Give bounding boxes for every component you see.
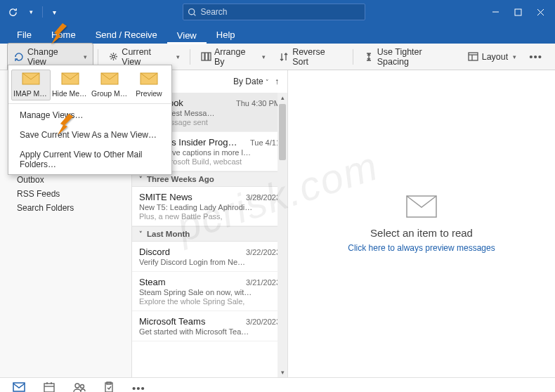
message-preview: Plus, a new Battle Pass,: [139, 212, 280, 221]
svg-point-5: [112, 55, 115, 58]
svg-rect-9: [469, 53, 478, 60]
gallery-view-item[interactable]: Group Me…: [90, 70, 129, 100]
scroll-up-icon[interactable]: ▴: [278, 93, 287, 103]
change-view-icon: [13, 51, 25, 63]
arrange-by-button[interactable]: Arrange By▾: [195, 44, 271, 70]
menu-home[interactable]: Home: [41, 26, 86, 44]
sort-by-button[interactable]: By Date ˅: [233, 77, 269, 86]
search-placeholder: Search: [201, 7, 228, 17]
save-view-item[interactable]: Save Current View As a New View…: [8, 125, 171, 145]
svg-point-18: [75, 384, 79, 388]
nav-bar: •••: [0, 377, 555, 392]
sidebar-item-outbox[interactable]: Outbox: [0, 173, 131, 187]
undo-icon[interactable]: ▾: [22, 4, 39, 20]
columns-icon: [200, 51, 211, 63]
message-date: 3/20/2023: [246, 318, 280, 326]
gallery-item-label: Group Me…: [90, 89, 129, 98]
chevron-down-icon: ▾: [262, 53, 266, 60]
chevron-down-icon: ▾: [84, 53, 87, 60]
message-subject: Steam Spring Sale on now, wit…: [139, 288, 280, 296]
minimize-icon[interactable]: [485, 4, 506, 20]
scrollbar[interactable]: ▴ ▾: [278, 93, 287, 377]
menu-bar: File Home Send / Receive View Help: [0, 24, 555, 44]
search-input[interactable]: Search: [183, 4, 365, 20]
reading-pane: Select an item to read Click here to alw…: [288, 70, 555, 377]
envelope-icon: [60, 72, 80, 86]
sidebar-item-search-folders[interactable]: Search Folders: [0, 201, 131, 215]
envelope-icon: [21, 72, 41, 86]
close-icon[interactable]: [530, 4, 551, 20]
chevron-down-icon: ▾: [513, 53, 516, 60]
envelope-icon: [139, 72, 159, 86]
menu-help[interactable]: Help: [207, 26, 245, 44]
gallery-view-item[interactable]: Preview: [129, 70, 169, 100]
gear-icon: [108, 51, 119, 63]
menu-file[interactable]: File: [7, 26, 41, 44]
svg-rect-13: [13, 383, 25, 391]
menu-send-receive[interactable]: Send / Receive: [86, 26, 167, 44]
layout-icon: [468, 51, 479, 63]
message-preview: Explore the whole Spring Sale,: [139, 297, 280, 306]
message-item[interactable]: SMITE News3/28/2023New T5: Leading Lady …: [132, 187, 287, 226]
reading-pane-title: Select an item to read: [370, 227, 473, 239]
message-subject: New T5: Leading Lady Aphrodi…: [139, 203, 280, 211]
refresh-icon[interactable]: [4, 4, 21, 20]
sort-icon: [278, 51, 289, 63]
tighter-spacing-button[interactable]: Use Tighter Spacing: [358, 44, 461, 70]
message-date: 3/28/2023: [246, 193, 280, 202]
svg-rect-6: [202, 53, 204, 60]
maximize-icon[interactable]: [507, 4, 528, 20]
message-date: Tue 4/11: [250, 138, 280, 147]
gallery-view-item[interactable]: IMAP Mes…: [11, 70, 51, 100]
chevron-down-icon: ▾: [176, 53, 180, 60]
menu-view[interactable]: View: [167, 27, 207, 44]
always-preview-link[interactable]: Click here to always preview messages: [348, 243, 495, 253]
message-subject: Get started with Microsoft Tea…: [139, 327, 280, 336]
message-subject: Verify Discord Login from Ne…: [139, 258, 280, 266]
reverse-sort-button[interactable]: Reverse Sort: [273, 44, 348, 70]
gallery-item-label: Hide Mess…: [51, 89, 90, 98]
gallery-item-label: Preview: [129, 89, 169, 98]
message-from: Steam: [139, 277, 166, 287]
tasks-nav-icon[interactable]: [104, 381, 114, 392]
message-from: SMITE News: [139, 192, 192, 202]
envelope-icon: [100, 72, 119, 86]
svg-rect-8: [209, 53, 211, 60]
svg-rect-7: [205, 53, 208, 60]
message-item[interactable]: Steam3/21/2023Steam Spring Sale on now, …: [132, 272, 287, 311]
message-date: 3/22/2023: [246, 248, 280, 256]
message-from: Microsoft Teams: [139, 316, 205, 327]
nav-overflow-icon[interactable]: •••: [132, 382, 145, 392]
people-nav-icon[interactable]: [73, 382, 86, 393]
calendar-nav-icon[interactable]: [44, 381, 55, 392]
scroll-down-icon[interactable]: ▾: [278, 367, 287, 377]
envelope-icon: [405, 195, 438, 218]
chevron-down-icon: ˅: [139, 176, 143, 183]
mail-nav-icon[interactable]: [13, 382, 25, 392]
message-date: 3/21/2023: [246, 278, 280, 287]
qa-overflow-icon[interactable]: ▾: [46, 4, 63, 20]
message-group-header[interactable]: ˅Last Month: [132, 226, 287, 242]
apply-view-item[interactable]: Apply Current View to Other Mail Folders…: [8, 145, 171, 174]
gallery-item-label: IMAP Mes…: [12, 89, 50, 98]
svg-rect-2: [515, 9, 521, 15]
scroll-thumb[interactable]: [279, 104, 286, 160]
layout-button[interactable]: Layout▾: [462, 48, 523, 66]
manage-views-item[interactable]: Manage Views…: [8, 105, 171, 125]
gallery-view-item[interactable]: Hide Mess…: [51, 70, 90, 100]
chevron-down-icon: ˅: [139, 230, 143, 237]
svg-rect-14: [44, 384, 54, 392]
spacing-icon: [363, 51, 374, 63]
ribbon-overflow-button[interactable]: •••: [523, 47, 548, 66]
message-item[interactable]: Microsoft Teams3/20/2023Get started with…: [132, 311, 287, 341]
message-from: Discord: [139, 247, 170, 257]
svg-point-19: [81, 384, 84, 388]
sort-direction-button[interactable]: ↑: [275, 77, 279, 86]
svg-point-0: [188, 8, 194, 14]
title-bar: ▾ ▾ Search: [0, 0, 555, 24]
message-date: Thu 4:30 PM: [236, 99, 280, 107]
message-item[interactable]: Discord3/22/2023Verify Discord Login fro…: [132, 242, 287, 272]
sidebar-item-rss[interactable]: RSS Feeds: [0, 187, 131, 201]
change-view-gallery: IMAP Mes…Hide Mess…Group Me…Preview Mana…: [8, 65, 172, 175]
